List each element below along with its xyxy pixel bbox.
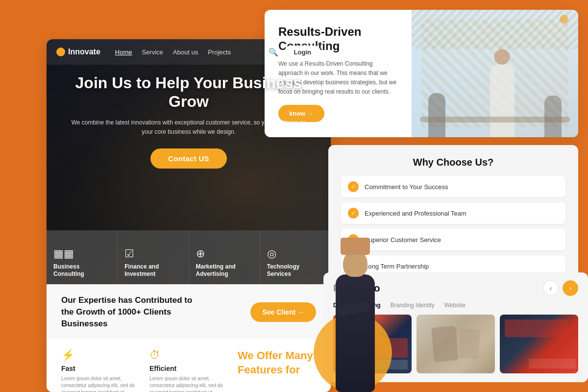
meeting-table (420, 117, 570, 122)
why-text-1: Experienced and Professional Team (365, 210, 466, 217)
service-card-technology[interactable]: ◎ TechnologyServices (260, 230, 331, 284)
why-item-2: ✓ Superior Customer Service (341, 229, 565, 250)
feature-fast: ⚡ Fast Lorem ipsum dolor sit amet, conse… (61, 349, 140, 392)
portfolio-navigation: ‹ › (543, 280, 578, 296)
fast-icon: ⚡ (61, 349, 140, 362)
we-offer-section: We Offer Many Features for (238, 349, 316, 392)
portfolio-tab-website[interactable]: Website (444, 302, 466, 309)
portfolio-prev-button[interactable]: ‹ (543, 280, 559, 296)
expertise-section: Our Expertise has Contributed to the Gro… (47, 284, 331, 339)
see-client-button[interactable]: See Client → (250, 302, 316, 322)
outer-frame: Innovate Home Service About us Projects (0, 0, 588, 392)
hero-title: Join Us to Help Your Business Grow (66, 74, 311, 111)
results-image (412, 10, 578, 137)
feature-efficient-desc: Lorem ipsum dolor sit amet, consectetur … (149, 375, 228, 392)
nav-item-home[interactable]: Home (115, 48, 132, 56)
technology-icon: ◎ (267, 247, 276, 260)
search-icon[interactable]: 🔍 (269, 48, 278, 57)
why-item-0: ✓ Commitment to Your Success (341, 176, 565, 197)
nav-item-service[interactable]: Service (142, 48, 163, 56)
nav-item-about[interactable]: About us (173, 48, 198, 56)
efficient-icon: ⏱ (149, 349, 228, 362)
check-icon-0: ✓ (348, 181, 359, 192)
service-label-technology: TechnologyServices (267, 263, 299, 278)
portfolio-next-button[interactable]: › (563, 280, 578, 296)
why-text-0: Commitment to Your Success (365, 183, 448, 191)
contact-us-button[interactable]: Contact US (150, 148, 227, 169)
feature-fast-title: Fast (61, 365, 140, 372)
portfolio-image-3 (500, 315, 578, 373)
finance-icon: ☑ (124, 247, 134, 260)
service-label-marketing: Marketing andAdvertising (196, 263, 236, 278)
nav-search: 🔍 Login (269, 46, 321, 59)
logo-text: Innovate (68, 48, 100, 56)
woman-figure (328, 255, 382, 392)
business-consulting-icon: ▦▦ (53, 247, 74, 260)
woman-hair (341, 238, 370, 255)
presenter-figure (490, 64, 514, 137)
woman-body (336, 274, 375, 392)
chevron-pattern (412, 10, 578, 49)
check-icon-1: ✓ (348, 208, 359, 219)
marketing-icon: ⊕ (196, 247, 205, 260)
presenter-head (494, 49, 510, 65)
seated-1 (428, 93, 445, 137)
why-item-1: ✓ Experienced and Professional Team (341, 202, 565, 224)
hero-section: Innovate Home Service About us Projects (47, 39, 331, 284)
service-cards: ▦▦ BusinessConsulting ☑ Finance andInves… (47, 230, 331, 284)
hero-subtitle: We combine the latest innovations with e… (66, 118, 311, 137)
features-section: ⚡ Fast Lorem ipsum dolor sit amet, conse… (47, 339, 331, 392)
login-button[interactable]: Login (284, 46, 321, 59)
service-card-marketing[interactable]: ⊕ Marketing andAdvertising (189, 230, 260, 284)
navbar: Innovate Home Service About us Projects (47, 39, 331, 65)
service-card-finance[interactable]: ☑ Finance andInvestment (118, 230, 189, 284)
hero-content: Join Us to Help Your Business Grow We co… (47, 74, 331, 169)
feature-efficient-title: Efficient (149, 365, 228, 372)
we-offer-title: We Offer Many Features for (238, 349, 316, 377)
main-card: Innovate Home Service About us Projects (47, 39, 331, 392)
expertise-text: Our Expertise has Contributed to the Gro… (61, 294, 201, 329)
why-text-2: Superior Customer Service (365, 236, 441, 244)
nav-links: Home Service About us Projects (115, 48, 231, 56)
portfolio-image-2 (416, 315, 495, 373)
logo-dot (56, 48, 65, 56)
service-label-finance: Finance andInvestment (124, 263, 159, 278)
feature-fast-desc: Lorem ipsum dolor sit amet, consectetur … (61, 375, 140, 392)
service-card-business-consulting[interactable]: ▦▦ BusinessConsulting (47, 230, 118, 284)
why-choose-title: Why Choose Us? (341, 157, 565, 168)
portfolio-tab-branding[interactable]: Branding Identity (391, 302, 435, 309)
nav-item-projects[interactable]: Projects (208, 48, 231, 56)
feature-efficient: ⏱ Efficient Lorem ipsum dolor sit amet, … (149, 349, 228, 392)
service-label-business-consulting: BusinessConsulting (53, 263, 84, 278)
